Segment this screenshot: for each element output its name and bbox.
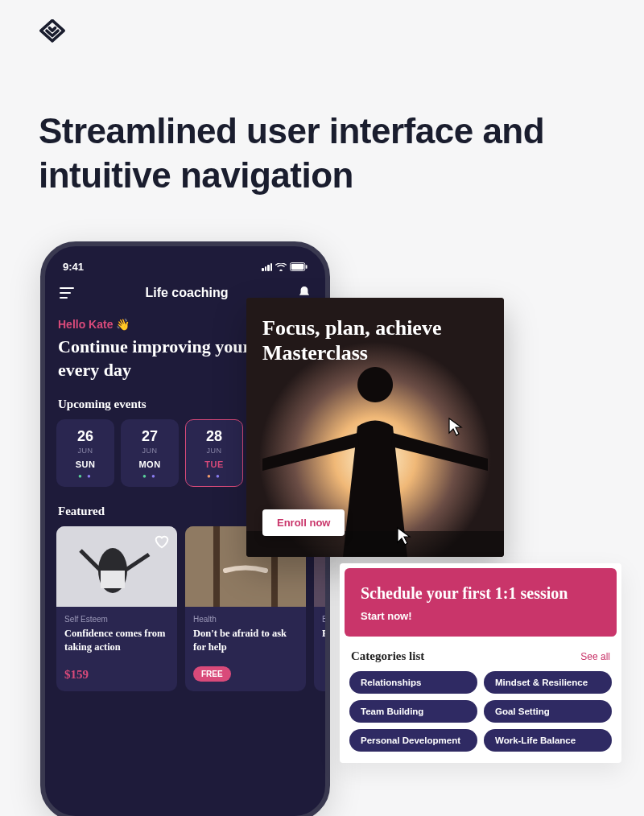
status-bar: 9:41	[56, 259, 314, 281]
event-dots: ● ●	[57, 472, 114, 480]
categories-grid: Relationships Mindset & Resilience Team …	[345, 671, 617, 758]
featured-title: Don't be afraid to ask for help	[193, 627, 298, 654]
menu-icon[interactable]	[60, 287, 76, 299]
svg-rect-7	[213, 526, 220, 607]
category-chip[interactable]: Goal Setting	[484, 700, 612, 723]
masterclass-card[interactable]: Focus, plan, achieve Masterclass Enroll …	[246, 298, 504, 557]
featured-title: Ro	[322, 627, 330, 641]
category-chip[interactable]: Personal Development	[349, 729, 477, 752]
enroll-button[interactable]: Enroll now	[262, 509, 345, 536]
schedule-title: Schedule your first 1:1 session	[361, 583, 601, 604]
featured-image	[56, 526, 177, 607]
featured-category: Self Esteem	[64, 615, 169, 624]
svg-rect-2	[306, 265, 308, 269]
category-chip[interactable]: Work-Life Balance	[484, 729, 612, 752]
event-dots: ● ●	[186, 472, 242, 480]
right-panel: Schedule your first 1:1 session Start no…	[340, 563, 621, 763]
featured-price: $159	[64, 668, 89, 681]
battery-icon	[290, 262, 308, 271]
date-card-selected[interactable]: 28 JUN TUE ● ●	[185, 419, 243, 487]
date-card[interactable]: 27 JUN MON ● ●	[121, 419, 179, 487]
status-time: 9:41	[63, 261, 84, 273]
free-badge: FREE	[193, 666, 231, 682]
categories-label: Categories list	[351, 649, 424, 663]
category-chip[interactable]: Mindset & Resilience	[484, 671, 612, 694]
schedule-card[interactable]: Schedule your first 1:1 session Start no…	[345, 568, 617, 637]
featured-category: Health	[193, 615, 298, 624]
screen-title: Life coaching	[145, 286, 228, 300]
category-chip[interactable]: Team Building	[349, 700, 477, 723]
brand-logo	[39, 19, 66, 50]
heart-icon[interactable]	[153, 533, 171, 550]
page-headline: Streamlined user interface and intuitive…	[39, 109, 644, 197]
featured-card[interactable]: Self Esteem Confidence comes from taking…	[56, 526, 177, 691]
featured-label: Featured	[58, 505, 105, 518]
event-dots: ● ●	[122, 472, 178, 480]
date-card[interactable]: 26 JUN SUN ● ●	[56, 419, 114, 487]
masterclass-title: Focus, plan, achieve Masterclass	[246, 298, 504, 365]
schedule-subtitle: Start now!	[361, 610, 601, 622]
categories-see-all[interactable]: See all	[580, 651, 610, 662]
svg-rect-1	[291, 264, 304, 270]
wifi-icon	[275, 263, 287, 271]
signal-icon	[262, 263, 272, 271]
category-chip[interactable]: Relationships	[349, 671, 477, 694]
cursor-icon	[448, 417, 464, 436]
cursor-icon	[396, 526, 412, 546]
featured-title: Confidence comes from taking action	[64, 627, 169, 654]
featured-category: Bu	[322, 615, 330, 624]
svg-rect-5	[101, 571, 125, 588]
